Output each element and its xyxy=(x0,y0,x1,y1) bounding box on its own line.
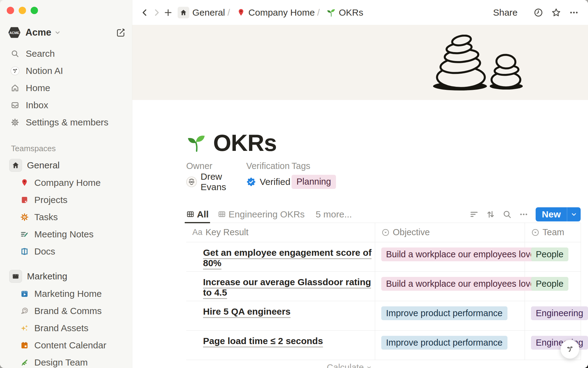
pin-icon xyxy=(237,8,245,17)
filter-icon[interactable] xyxy=(468,209,480,220)
sidebar-page-meeting-notes[interactable]: Meeting Notes xyxy=(0,226,132,243)
sidebar-page-content-calendar[interactable]: Content Calendar xyxy=(0,337,132,354)
objective-cell[interactable]: Improve product performance xyxy=(375,301,525,330)
breadcrumb-okrs[interactable]: OKRs xyxy=(339,7,363,18)
property-tags-value[interactable]: Planning xyxy=(292,175,336,189)
sidebar-page-label: Meeting Notes xyxy=(34,229,93,240)
notion-ai-floating-button[interactable] xyxy=(560,340,579,359)
sidebar-nav: Search Notion AI H xyxy=(0,45,132,131)
stacked-stones-illustration xyxy=(432,35,524,93)
team-cell[interactable]: Engineering xyxy=(525,301,581,330)
column-header-team[interactable]: Team xyxy=(525,223,581,242)
workspace-switcher[interactable]: ACME Acme xyxy=(8,26,126,39)
sidebar-item-home[interactable]: Home xyxy=(0,79,132,97)
sidebar-page-label: Design Team xyxy=(34,357,88,368)
sidebar-page-design-team[interactable]: Design Team xyxy=(0,354,132,368)
back-button[interactable] xyxy=(139,7,151,18)
team-tag: People xyxy=(531,247,568,261)
sidebar-item-inbox[interactable]: Inbox xyxy=(0,97,132,114)
sidebar-item-search[interactable]: Search xyxy=(0,45,132,62)
new-button-dropdown[interactable] xyxy=(567,207,581,221)
key-result-cell[interactable]: Get an employee engagement score of 80% xyxy=(186,242,375,271)
column-header-objective[interactable]: Objective xyxy=(375,223,525,242)
zoom-window-button[interactable] xyxy=(31,7,38,14)
objective-tag: Improve product performance xyxy=(381,336,507,350)
sidebar-page-brand-assets[interactable]: Brand Assets xyxy=(0,320,132,337)
new-button[interactable]: New xyxy=(536,209,567,220)
tab-engineering-okrs[interactable]: Engineering OKRs xyxy=(218,206,304,223)
table-row[interactable]: Increase our average Glassdoor rating to… xyxy=(186,271,581,301)
key-result-cell[interactable]: Increase our average Glassdoor rating to… xyxy=(186,271,375,301)
sidebar-item-notion-ai[interactable]: Notion AI xyxy=(0,62,132,79)
seedling-icon[interactable] xyxy=(186,133,206,153)
search-icon[interactable] xyxy=(501,209,513,220)
team-tag: Engineering xyxy=(531,306,588,320)
calculate-row: Calculate xyxy=(186,360,581,368)
movie-clapper-icon xyxy=(20,289,29,299)
page-title[interactable]: OKRs xyxy=(213,129,277,156)
breadcrumb-general-house-icon[interactable] xyxy=(178,7,189,18)
table-row[interactable]: Page load time ≤ 2 seconds Improve produ… xyxy=(186,330,581,360)
sidebar-item-label: Notion AI xyxy=(26,66,63,76)
teamspace-marketing[interactable]: Marketing xyxy=(0,267,132,285)
notion-ai-icon xyxy=(10,66,20,75)
more-tabs-button[interactable]: 5 more... xyxy=(316,209,352,220)
sidebar-page-projects[interactable]: Projects xyxy=(0,191,132,209)
sidebar-item-settings[interactable]: Settings & members xyxy=(0,114,132,131)
more-options-icon[interactable] xyxy=(568,6,580,19)
sort-icon[interactable] xyxy=(485,209,496,220)
team-cell[interactable]: People xyxy=(525,271,581,301)
key-result-cell[interactable]: Hire 5 QA engineers xyxy=(186,301,375,330)
inbox-icon xyxy=(10,101,20,110)
property-owner-value[interactable]: Drew Evans xyxy=(186,175,246,189)
objective-cell[interactable]: Build a workplace our employees love xyxy=(375,271,525,301)
sidebar-page-company-home[interactable]: Company Home xyxy=(0,174,132,191)
teamspaces-heading[interactable]: Teamspaces xyxy=(11,144,132,153)
table-icon xyxy=(218,210,226,218)
table-row[interactable]: Get an employee engagement score of 80% … xyxy=(186,242,581,271)
teamspace-general[interactable]: General xyxy=(0,156,132,174)
tab-all[interactable]: All xyxy=(186,206,209,223)
favorite-star-icon[interactable] xyxy=(550,6,562,19)
breadcrumb-general[interactable]: General xyxy=(192,7,225,18)
share-button[interactable]: Share xyxy=(493,7,518,18)
okr-table: AaKey Result Objective Team xyxy=(186,223,581,368)
table-icon xyxy=(186,210,194,218)
notes-pencil-icon xyxy=(20,229,29,239)
key-result-cell[interactable]: Page load time ≤ 2 seconds xyxy=(186,330,375,360)
tab-label: Engineering OKRs xyxy=(228,209,304,220)
property-verification-value[interactable]: Verified xyxy=(246,175,292,189)
objective-tag: Build a workplace our employees love xyxy=(381,277,540,291)
history-clock-icon[interactable] xyxy=(532,6,545,19)
page-cover[interactable] xyxy=(132,25,588,100)
calendar-icon xyxy=(20,340,29,350)
docs-icon xyxy=(20,247,29,256)
view-options-icon[interactable] xyxy=(518,209,530,220)
team-tag: People xyxy=(531,277,568,291)
sidebar-page-docs[interactable]: Docs xyxy=(0,243,132,260)
sidebar-page-label: Content Calendar xyxy=(34,340,106,351)
sidebar-page-marketing-home[interactable]: Marketing Home xyxy=(0,285,132,302)
calculate-button[interactable]: Calculate xyxy=(186,362,372,368)
new-page-compose-button[interactable] xyxy=(115,27,126,38)
page-properties: Owner Drew Evans Verif xyxy=(186,161,588,189)
minimize-window-button[interactable] xyxy=(19,7,26,14)
sidebar-page-tasks[interactable]: Tasks xyxy=(0,209,132,226)
close-window-button[interactable] xyxy=(7,7,14,14)
sidebar-page-label: Brand Assets xyxy=(34,323,89,333)
sidebar-page-brand-comms[interactable]: Brand & Comms xyxy=(0,302,132,320)
forward-button[interactable] xyxy=(151,7,162,18)
topbar: General / Company Home / OKRs Share xyxy=(132,0,588,25)
new-row-button-group: New xyxy=(536,207,581,221)
svg-text:ACME: ACME xyxy=(9,31,19,35)
team-cell[interactable]: People xyxy=(525,242,581,271)
column-header-key-result[interactable]: AaKey Result xyxy=(186,223,375,242)
objective-cell[interactable]: Build a workplace our employees love xyxy=(375,242,525,271)
tag-planning: Planning xyxy=(292,175,336,189)
breadcrumb-company-home[interactable]: Company Home xyxy=(248,7,315,18)
sidebar-page-label: Company Home xyxy=(34,178,101,188)
new-tab-plus-button[interactable] xyxy=(162,7,174,18)
objective-cell[interactable]: Improve product performance xyxy=(375,330,525,360)
notion-ai-icon xyxy=(564,344,575,355)
table-row[interactable]: Hire 5 QA engineers Improve product perf… xyxy=(186,301,581,330)
